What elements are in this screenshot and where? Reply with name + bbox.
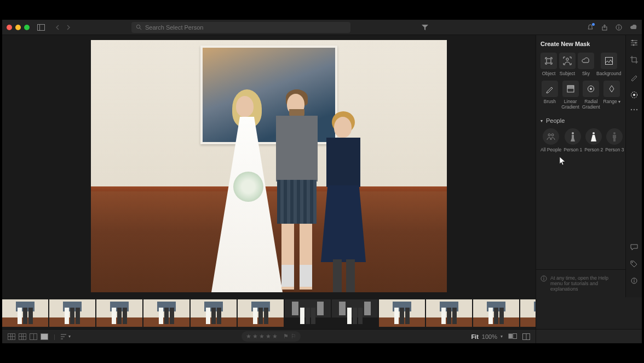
info-icon xyxy=(540,275,547,282)
svg-point-34 xyxy=(633,109,634,110)
svg-point-30 xyxy=(633,44,634,46)
flag-reject-icon[interactable]: ⚐ xyxy=(291,333,296,340)
svg-point-26 xyxy=(631,40,633,42)
svg-point-32 xyxy=(633,94,635,96)
search-input[interactable]: Search Select Person xyxy=(131,22,350,33)
sidebar-toggle-icon[interactable] xyxy=(37,24,45,31)
view-grid2-button[interactable] xyxy=(19,333,26,340)
star-icon[interactable]: ★ xyxy=(266,333,271,340)
sort-button[interactable]: ▾ xyxy=(61,334,71,339)
person-select-p2[interactable]: Person 2 xyxy=(584,128,603,152)
mask-tool-label: RadialGradient xyxy=(582,99,600,110)
svg-rect-0 xyxy=(38,24,45,30)
window-controls xyxy=(7,25,30,30)
rating-stars[interactable]: ★ ★ ★ ★ ★ ⚑ ⚐ xyxy=(242,331,301,342)
heal-brush-icon[interactable] xyxy=(630,73,638,81)
person-select-p3[interactable]: Person 3 xyxy=(605,128,624,152)
mask-tool-range[interactable]: Range▾ xyxy=(602,81,621,110)
titlebar: Search Select Person xyxy=(2,20,642,35)
view-split-button[interactable] xyxy=(30,333,37,340)
mask-tool-background[interactable]: Background xyxy=(596,53,621,76)
mask-tool-brush[interactable]: Brush xyxy=(540,81,559,110)
masking-icon[interactable] xyxy=(630,91,638,99)
filmstrip-thumb[interactable] xyxy=(473,299,519,327)
divider: | xyxy=(54,333,55,340)
person-label: All People xyxy=(540,147,561,152)
filmstrip-thumb[interactable] xyxy=(520,299,536,327)
filter-icon[interactable] xyxy=(422,25,428,30)
compare-icon[interactable] xyxy=(522,333,530,340)
person-select-p1[interactable]: Person 1 xyxy=(564,128,582,152)
mask-tool-label: Object xyxy=(542,71,556,76)
maximize-window-button[interactable] xyxy=(24,25,30,30)
share-icon[interactable] xyxy=(601,24,608,31)
person-thumb-icon xyxy=(606,128,623,145)
mask-tool-label: Subject xyxy=(560,71,575,76)
sky-icon xyxy=(578,53,594,69)
svg-line-3 xyxy=(140,28,141,30)
star-icon[interactable]: ★ xyxy=(272,333,278,340)
subject-icon xyxy=(559,53,576,69)
tag-icon[interactable] xyxy=(630,260,637,268)
svg-point-7 xyxy=(618,25,619,26)
mask-panel-title: Create New Mask xyxy=(540,41,621,47)
brush-icon xyxy=(542,81,558,97)
canvas[interactable] xyxy=(2,35,536,297)
svg-point-14 xyxy=(590,88,592,90)
person-label: Person 3 xyxy=(605,147,624,152)
nav-forward-button[interactable] xyxy=(66,25,71,30)
mask-panel: Create New Mask ObjectSubjectSkyBackgrou… xyxy=(536,35,625,269)
filmstrip-thumb[interactable] xyxy=(191,299,237,327)
people-section-header[interactable]: ▾ People xyxy=(540,117,621,124)
svg-point-19 xyxy=(613,132,616,134)
chevron-down-icon: ▾ xyxy=(68,334,71,339)
zoom-control[interactable]: Fit 100% ▾ xyxy=(471,333,503,340)
person-thumb-icon xyxy=(543,128,559,145)
filmstrip-thumb[interactable] xyxy=(238,299,284,327)
mask-tool-object[interactable]: Object xyxy=(540,53,557,76)
filmstrip-thumb[interactable] xyxy=(143,299,189,327)
info-icon[interactable] xyxy=(616,24,622,31)
minimize-window-button[interactable] xyxy=(15,25,21,30)
filmstrip-thumb[interactable] xyxy=(2,299,48,327)
mask-tool-linear[interactable]: LinearGradient xyxy=(561,81,580,110)
nav-back-button[interactable] xyxy=(55,25,60,30)
before-after-icon[interactable] xyxy=(508,333,517,340)
mask-tools-row2: BrushLinearGradientRadialGradientRange▾ xyxy=(540,81,621,110)
svg-rect-20 xyxy=(613,135,616,138)
filmstrip-thumb[interactable] xyxy=(49,299,95,327)
mask-tool-subject[interactable]: Subject xyxy=(559,53,576,76)
svg-point-36 xyxy=(632,262,633,263)
star-icon[interactable]: ★ xyxy=(252,333,258,340)
star-icon[interactable]: ★ xyxy=(246,333,251,340)
filmstrip-thumb[interactable] xyxy=(332,299,378,327)
app-window: Search Select Person xyxy=(2,20,642,343)
filmstrip-thumb[interactable] xyxy=(379,299,425,327)
mask-tool-sky[interactable]: Sky xyxy=(578,53,594,76)
filmstrip-thumb[interactable] xyxy=(426,299,472,327)
filmstrip[interactable] xyxy=(2,297,536,329)
close-window-button[interactable] xyxy=(7,25,12,30)
adjust-sliders-icon[interactable] xyxy=(630,39,638,46)
filmstrip-thumb[interactable] xyxy=(285,299,331,327)
svg-point-2 xyxy=(136,25,140,28)
comments-icon[interactable] xyxy=(630,244,638,251)
notifications-icon[interactable] xyxy=(587,24,594,31)
background-icon xyxy=(601,53,617,69)
star-icon[interactable]: ★ xyxy=(259,333,264,340)
crop-icon[interactable] xyxy=(630,56,638,64)
person-select-all[interactable]: All People xyxy=(540,128,561,152)
person-label: Person 1 xyxy=(564,147,582,152)
cloud-sync-icon[interactable] xyxy=(630,25,637,30)
info-panel-icon[interactable] xyxy=(631,277,637,284)
flag-pick-icon[interactable]: ⚑ xyxy=(283,333,289,340)
svg-point-33 xyxy=(630,109,631,110)
view-grid-button[interactable] xyxy=(8,333,15,340)
radial-icon xyxy=(583,81,599,97)
svg-rect-43 xyxy=(508,333,512,338)
main-photo xyxy=(91,40,447,292)
more-icon[interactable] xyxy=(630,109,638,111)
mask-tool-radial[interactable]: RadialGradient xyxy=(582,81,601,110)
view-single-button[interactable] xyxy=(41,333,48,340)
filmstrip-thumb[interactable] xyxy=(96,299,142,327)
